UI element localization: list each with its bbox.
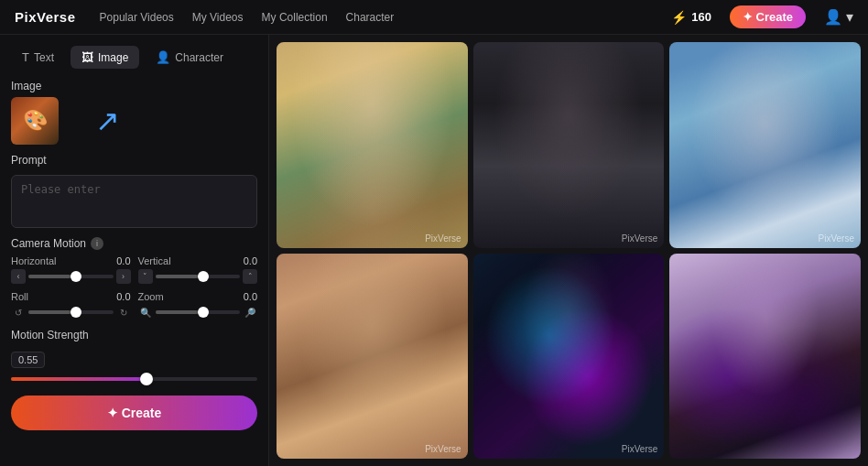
watermark-4: PixVerse	[425, 444, 461, 454]
zoom-value: 0.0	[244, 291, 257, 302]
gallery-image-4	[277, 254, 468, 460]
vertical-track[interactable]	[156, 275, 241, 278]
gallery-image-1	[277, 42, 468, 248]
top-navigation: PixVerse Popular Videos My Videos My Col…	[0, 0, 868, 35]
nav-character[interactable]: Character	[346, 11, 395, 24]
image-thumb-area: 🎨 ↗	[11, 97, 257, 145]
vertical-label: Vertical	[138, 255, 171, 266]
horizontal-label: Horizontal	[11, 255, 57, 266]
image-thumbnail[interactable]: 🎨	[11, 97, 59, 145]
user-avatar-icon: 👤	[824, 8, 842, 26]
zoom-out-icon[interactable]: 🔍	[138, 305, 153, 320]
image-tab-icon: 🖼	[81, 50, 93, 64]
motion-strength-label: Motion Strength	[11, 329, 257, 341]
camera-motion-label: Camera Motion	[11, 237, 86, 250]
character-tab-icon: 👤	[156, 50, 170, 64]
nav-my-collection[interactable]: My Collection	[262, 11, 328, 24]
gallery-image-2	[473, 42, 665, 248]
roll-slider-group: Roll 0.0 ↺ ↻	[11, 291, 131, 320]
watermark-1: PixVerse	[425, 233, 461, 244]
tab-text-label: Text	[34, 51, 54, 64]
image-section-label: Image	[11, 80, 257, 92]
gallery-panel: PixVerse PixVerse PixVerse PixVerse PixV…	[269, 35, 868, 466]
prompt-section: Prompt	[11, 154, 257, 228]
roll-track[interactable]	[28, 310, 114, 314]
roll-ccw-icon[interactable]: ↺	[11, 305, 26, 320]
text-tab-icon: T	[22, 50, 29, 64]
top-create-button[interactable]: ✦ Create	[730, 5, 806, 28]
left-panel: T Text 🖼 Image 👤 Character Image 🎨 ↗	[0, 35, 269, 466]
tab-image-label: Image	[98, 51, 128, 64]
motion-strength-fill	[11, 377, 146, 381]
camera-motion-header: Camera Motion i	[11, 237, 257, 250]
motion-strength-thumb[interactable]	[140, 373, 153, 385]
horizontal-left-arrow[interactable]: ‹	[11, 269, 26, 284]
motion-strength-value: 0.55	[11, 352, 45, 368]
gallery-grid: PixVerse PixVerse PixVerse PixVerse PixV…	[277, 42, 861, 459]
prompt-input[interactable]	[11, 175, 257, 228]
horizontal-slider-group: Horizontal 0.0 ‹ ›	[11, 255, 131, 284]
zoom-slider-group: Zoom 0.0 🔍 🔎	[138, 291, 258, 320]
vertical-slider-group: Vertical 0.0 ˅ ˄	[138, 255, 258, 284]
vertical-value: 0.0	[244, 255, 257, 266]
vertical-slider-control: ˅ ˄	[138, 269, 258, 284]
vertical-up-arrow[interactable]: ˄	[243, 269, 257, 284]
image-section: Image 🎨 ↗	[11, 80, 257, 145]
roll-cw-icon[interactable]: ↻	[116, 305, 131, 320]
roll-slider-control: ↺ ↻	[11, 305, 131, 320]
nav-my-videos[interactable]: My Videos	[192, 11, 244, 24]
main-layout: T Text 🖼 Image 👤 Character Image 🎨 ↗	[0, 35, 868, 466]
watermark-2: PixVerse	[622, 233, 657, 244]
tab-image[interactable]: 🖼 Image	[71, 46, 139, 69]
gallery-image-5	[473, 254, 665, 460]
arrow-hint-icon: ↗	[95, 106, 120, 135]
motion-strength-track[interactable]	[11, 377, 257, 381]
zoom-track[interactable]	[156, 310, 241, 314]
tab-text[interactable]: T Text	[11, 46, 65, 69]
horizontal-track[interactable]	[28, 275, 114, 278]
roll-value: 0.0	[116, 291, 130, 302]
mode-tabs: T Text 🖼 Image 👤 Character	[11, 46, 257, 69]
motion-strength-section: Motion Strength 0.55	[11, 329, 257, 381]
tab-character-label: Character	[175, 51, 223, 64]
gallery-image-6	[669, 254, 861, 460]
gallery-item-2[interactable]: PixVerse	[473, 42, 665, 248]
vertical-down-arrow[interactable]: ˅	[138, 269, 153, 284]
gallery-item-3[interactable]: PixVerse	[669, 42, 861, 248]
zoom-slider-control: 🔍 🔎	[138, 305, 258, 320]
gallery-item-6[interactable]	[669, 254, 861, 460]
zoom-in-icon[interactable]: 🔎	[243, 305, 257, 320]
user-menu[interactable]: 👤 ▾	[824, 8, 853, 26]
lightning-icon: ⚡	[671, 10, 687, 25]
horizontal-value: 0.0	[116, 255, 130, 266]
credits-value: 160	[691, 10, 711, 24]
app-logo: PixVerse	[15, 9, 76, 25]
credits-display: ⚡ 160	[671, 10, 711, 25]
thumbnail-preview: 🎨	[11, 97, 59, 145]
watermark-3: PixVerse	[819, 233, 854, 244]
gallery-item-5[interactable]: PixVerse	[473, 254, 665, 460]
prompt-label: Prompt	[11, 154, 257, 167]
camera-motion-info-icon[interactable]: i	[91, 237, 103, 250]
zoom-label: Zoom	[138, 291, 164, 302]
camera-motion-section: Camera Motion i Horizontal 0.0 ‹	[11, 237, 257, 320]
roll-label: Roll	[11, 291, 28, 302]
tab-character[interactable]: 👤 Character	[145, 46, 234, 69]
gallery-item-4[interactable]: PixVerse	[277, 254, 468, 460]
camera-sliders-grid: Horizontal 0.0 ‹ › Verti	[11, 255, 257, 320]
gallery-image-3	[669, 42, 861, 248]
chevron-down-icon: ▾	[846, 8, 853, 26]
watermark-5: PixVerse	[622, 444, 657, 454]
bottom-create-button[interactable]: ✦ Create	[11, 396, 257, 430]
gallery-item-1[interactable]: PixVerse	[277, 42, 468, 248]
nav-popular-videos[interactable]: Popular Videos	[100, 11, 174, 24]
horizontal-slider-control: ‹ ›	[11, 269, 131, 284]
horizontal-right-arrow[interactable]: ›	[116, 269, 131, 284]
